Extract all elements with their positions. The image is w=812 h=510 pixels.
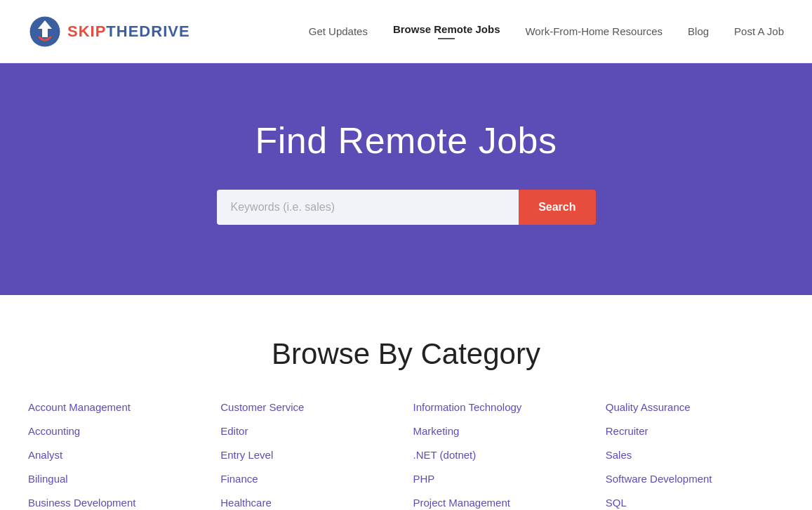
category-col-2: Customer Service Editor Entry Level Fina… bbox=[220, 399, 399, 510]
category-php[interactable]: PHP bbox=[413, 471, 592, 488]
category-information-technology[interactable]: Information Technology bbox=[413, 399, 592, 416]
category-project-management[interactable]: Project Management bbox=[413, 495, 592, 510]
logo[interactable]: SKIPTHEDRIVE bbox=[28, 15, 190, 48]
category-healthcare[interactable]: Healthcare bbox=[220, 495, 399, 510]
category-account-management[interactable]: Account Management bbox=[28, 399, 206, 416]
category-col-3: Information Technology Marketing .NET (d… bbox=[413, 399, 592, 510]
category-editor[interactable]: Editor bbox=[220, 423, 399, 440]
category-business-development[interactable]: Business Development bbox=[28, 495, 206, 510]
search-button[interactable]: Search bbox=[519, 190, 595, 225]
nav-browse-remote-jobs[interactable]: Browse Remote Jobs bbox=[393, 23, 500, 39]
nav-post-a-job[interactable]: Post A Job bbox=[734, 25, 784, 37]
category-analyst[interactable]: Analyst bbox=[28, 447, 206, 464]
category-col-4: Quality Assurance Recruiter Sales Softwa… bbox=[606, 399, 784, 510]
hero-section: Find Remote Jobs Search bbox=[0, 63, 812, 295]
category-marketing[interactable]: Marketing bbox=[413, 423, 592, 440]
nav-blog[interactable]: Blog bbox=[688, 25, 709, 37]
category-dotnet[interactable]: .NET (dotnet) bbox=[413, 447, 592, 464]
category-bilingual[interactable]: Bilingual bbox=[28, 471, 206, 488]
category-col-1: Account Management Accounting Analyst Bi… bbox=[28, 399, 206, 510]
main-nav: Get Updates Browse Remote Jobs Work-From… bbox=[309, 23, 784, 39]
category-recruiter[interactable]: Recruiter bbox=[606, 423, 784, 440]
category-sales[interactable]: Sales bbox=[606, 447, 784, 464]
logo-icon bbox=[28, 15, 62, 48]
category-accounting[interactable]: Accounting bbox=[28, 423, 206, 440]
category-sql[interactable]: SQL bbox=[606, 495, 784, 510]
category-quality-assurance[interactable]: Quality Assurance bbox=[606, 399, 784, 416]
header: SKIPTHEDRIVE Get Updates Browse Remote J… bbox=[0, 0, 812, 63]
category-customer-service[interactable]: Customer Service bbox=[220, 399, 399, 416]
logo-text: SKIPTHEDRIVE bbox=[67, 22, 190, 41]
browse-title: Browse By Category bbox=[28, 337, 784, 371]
search-input[interactable] bbox=[217, 190, 519, 225]
nav-get-updates[interactable]: Get Updates bbox=[309, 25, 368, 37]
category-finance[interactable]: Finance bbox=[220, 471, 399, 488]
nav-work-from-home[interactable]: Work-From-Home Resources bbox=[525, 25, 663, 37]
category-software-development[interactable]: Software Development bbox=[606, 471, 784, 488]
search-bar: Search bbox=[217, 190, 596, 225]
category-entry-level[interactable]: Entry Level bbox=[220, 447, 399, 464]
hero-title: Find Remote Jobs bbox=[14, 119, 798, 162]
browse-section: Browse By Category Account Management Ac… bbox=[0, 295, 812, 510]
category-grid: Account Management Accounting Analyst Bi… bbox=[28, 399, 784, 510]
